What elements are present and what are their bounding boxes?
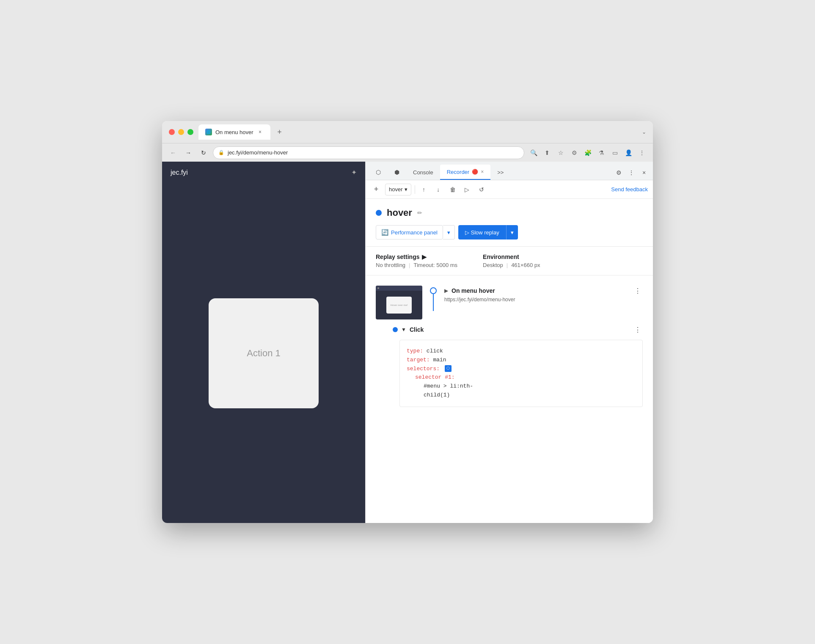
recording-status-dot — [376, 210, 382, 216]
minimize-window-button[interactable] — [178, 129, 184, 135]
code-type-line: type: click — [407, 347, 636, 356]
tab-more[interactable]: >> — [490, 165, 510, 180]
env-separator: | — [507, 262, 508, 268]
click-step: ▼ Click ⋮ — [366, 323, 653, 340]
lock-icon: 🔒 — [218, 150, 224, 155]
click-step-header: ▼ Click ⋮ — [391, 325, 643, 335]
tab-inspector[interactable]: ⬡ — [369, 165, 388, 180]
demo-content: Action 1 — [162, 183, 365, 523]
send-feedback-link[interactable]: Send feedback — [611, 186, 648, 193]
slow-replay-chevron[interactable]: ▾ — [506, 225, 518, 239]
more-icon: ⋮ — [628, 169, 634, 176]
code-selectors-line: selectors: ⬡ — [407, 365, 636, 374]
demo-logo: jec.fyi — [171, 169, 188, 176]
click-step-more-button[interactable]: ⋮ — [633, 325, 643, 335]
slow-replay-button[interactable]: ▷ Slow replay — [458, 225, 506, 239]
performance-panel-button[interactable]: 🔄 Performance panel — [376, 225, 443, 239]
code-selector1-val1-line: #menu > li:nth- — [424, 382, 636, 391]
maximize-window-button[interactable] — [187, 129, 193, 135]
tab-chevron-icon: ⌄ — [642, 129, 646, 135]
download-icon: ↓ — [437, 186, 440, 193]
demo-card-text: Action 1 — [247, 348, 281, 359]
steps-list[interactable]: Hover over me! ▶ On menu hover — [366, 275, 653, 523]
demo-settings-icon[interactable]: ✦ — [351, 168, 357, 176]
desktop-value: Desktop — [483, 262, 503, 268]
delete-recording-button[interactable]: 🗑 — [447, 184, 458, 195]
address-bar[interactable]: 🔒 jec.fyi/demo/menu-hover — [213, 146, 524, 159]
step-expand-arrow[interactable]: ▶ — [444, 288, 448, 294]
bookmark-icon-button[interactable]: ☆ — [555, 147, 567, 159]
click-step-arrow[interactable]: ▼ — [401, 327, 406, 333]
selector-icon: ⬡ — [445, 365, 452, 372]
replay-settings-section: Replay settings ▶ No throttling | Timeou… — [376, 253, 457, 268]
step-title-row: ▶ On menu hover ⋮ — [444, 286, 643, 296]
download-recording-button[interactable]: ↓ — [433, 184, 444, 195]
performance-panel-icon: 🔄 — [381, 229, 388, 236]
environment-label: Environment — [483, 253, 519, 260]
replay-settings-title[interactable]: Replay settings ▶ — [376, 253, 457, 260]
code-type-key: type: — [407, 348, 423, 354]
code-target-val: main — [433, 357, 446, 363]
environment-section: Environment Desktop | 461×660 px — [483, 253, 540, 268]
perf-chevron-icon: ▾ — [447, 229, 450, 236]
preview-header-dot — [377, 287, 379, 289]
preview-card: Hover over me! — [386, 297, 412, 314]
click-step-dot — [393, 327, 398, 332]
play-icon: ▷ — [465, 186, 469, 193]
recording-selector[interactable]: hover ▾ — [385, 184, 411, 195]
side-panel-icon-button[interactable]: ▭ — [609, 147, 621, 159]
responsive-icon: ⬢ — [394, 169, 399, 176]
browser-tab-active[interactable]: 🌐 On menu hover × — [198, 124, 270, 140]
recording-header: hover ✏ 🔄 Performance panel ▾ ▷ — [366, 199, 653, 247]
more-tabs-icon: >> — [497, 169, 504, 176]
extensions-icon-button[interactable]: ⚙ — [568, 147, 580, 159]
close-window-button[interactable] — [169, 129, 175, 135]
puzzle-icon-button[interactable]: 🧩 — [582, 147, 594, 159]
step-navigate: Hover over me! ▶ On menu hover — [366, 282, 653, 323]
devtools-more-button[interactable]: ⋮ — [626, 167, 637, 178]
step-connector — [429, 286, 438, 311]
tab-close-button[interactable]: × — [257, 129, 264, 135]
code-selectors-key: selectors: — [407, 366, 440, 372]
recording-title-row: hover ✏ — [376, 207, 643, 218]
code-target-key: target: — [407, 357, 430, 363]
edit-title-icon[interactable]: ✏ — [417, 209, 422, 216]
search-icon-button[interactable]: 🔍 — [528, 147, 540, 159]
replay-settings-bar: Replay settings ▶ No throttling | Timeou… — [366, 247, 653, 275]
add-recording-button[interactable]: + — [371, 184, 382, 195]
close-icon: × — [642, 169, 646, 176]
tab-responsive[interactable]: ⬢ — [388, 165, 406, 180]
history-recording-button[interactable]: ↺ — [476, 184, 487, 195]
upload-recording-button[interactable]: ↑ — [419, 184, 430, 195]
replay-settings-values: No throttling | Timeout: 5000 ms — [376, 262, 457, 268]
tab-bar: 🌐 On menu hover × + — [198, 124, 637, 140]
recorder-tab-close[interactable]: × — [481, 169, 484, 175]
performance-panel-chevron[interactable]: ▾ — [443, 225, 455, 239]
slow-replay-group: ▷ Slow replay ▾ — [458, 225, 518, 239]
code-type-val: click — [427, 348, 443, 354]
forward-button[interactable]: → — [182, 147, 194, 159]
flask-icon-button[interactable]: ⚗ — [595, 147, 607, 159]
upload-icon: ↑ — [422, 186, 425, 193]
toolbar-separator — [415, 185, 415, 194]
recording-title: hover — [387, 207, 412, 218]
title-bar: 🌐 On menu hover × + ⌄ — [162, 121, 653, 143]
recording-selector-name: hover — [389, 186, 403, 193]
step-url: https://jec.fyi/demo/menu-hover — [444, 297, 643, 303]
play-recording-button[interactable]: ▷ — [462, 184, 473, 195]
tab-recorder[interactable]: Recorder 🔴 × — [440, 165, 490, 180]
window-controls — [169, 129, 193, 135]
new-tab-button[interactable]: + — [274, 126, 286, 138]
devtools-settings-button[interactable]: ⚙ — [613, 167, 624, 178]
reload-button[interactable]: ↻ — [198, 147, 209, 159]
share-icon-button[interactable]: ⬆ — [541, 147, 553, 159]
back-button[interactable]: ← — [167, 147, 179, 159]
more-icon-button[interactable]: ⋮ — [636, 147, 648, 159]
devtools-close-button[interactable]: × — [639, 167, 650, 178]
replay-settings-label: Replay settings — [376, 253, 419, 260]
tab-console[interactable]: Console — [406, 165, 440, 180]
step-more-button[interactable]: ⋮ — [633, 286, 643, 296]
profile-icon-button[interactable]: 👤 — [622, 147, 634, 159]
settings-separator: | — [409, 262, 410, 268]
step-preview-thumbnail: Hover over me! — [376, 286, 422, 319]
